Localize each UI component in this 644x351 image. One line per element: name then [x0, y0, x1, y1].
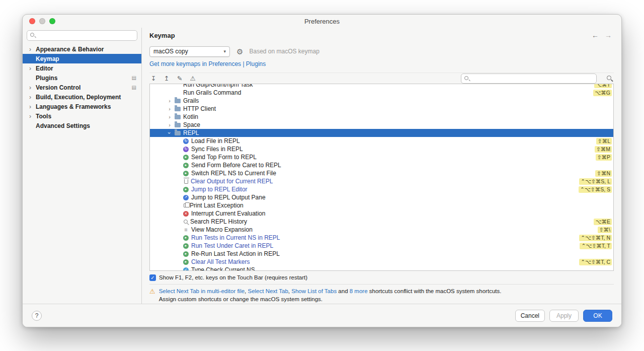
tree-action-re-run-last-test-action-in-repl[interactable]: Re-Run Last Test Action in REPL — [150, 250, 613, 258]
tree-action-sync-files-in-repl[interactable]: Sync Files in REPL ⇧⌘M — [150, 145, 613, 153]
tree-action-run-tests-in-current-ns-in-repl[interactable]: Run Tests in Current NS in REPL ⌃⌥⇧⌘T, N — [150, 234, 613, 242]
tree-folder-http-client[interactable]: HTTP Client — [150, 105, 613, 113]
conflict-action-link[interactable]: 8 more — [350, 288, 368, 294]
tree-action-switch-repl-ns-to-current-file[interactable]: Switch REPL NS to Current File ⇧⌘N — [150, 169, 613, 177]
tree-action-jump-to-repl-output-pane[interactable]: Jump to REPL Output Pane — [150, 193, 613, 201]
sidebar-item-label: Keymap — [36, 55, 59, 62]
folder-icon — [175, 115, 181, 119]
zoom-window-button[interactable] — [49, 18, 55, 24]
shortcut-badge: ⌥⌘E — [594, 219, 612, 225]
actions-search-box[interactable] — [461, 74, 597, 84]
action-label: Jump to REPL Editor — [191, 186, 248, 193]
repl-run-icon — [183, 155, 189, 160]
tree-action-interrupt-current-evaluation[interactable]: Interrupt Current Evaluation — [150, 209, 613, 218]
expand-all-icon[interactable] — [149, 75, 157, 83]
sidebar-item-plugins[interactable]: Plugins ▤ — [23, 73, 141, 83]
chevron-right-icon[interactable] — [167, 122, 172, 128]
sidebar-item-appearance-behavior[interactable]: Appearance & Behavior — [23, 44, 141, 54]
edit-shortcut-icon[interactable] — [176, 75, 184, 83]
chevron-right-icon[interactable] — [167, 106, 172, 112]
back-arrow-button[interactable]: ← — [592, 31, 599, 39]
sidebar-item-label: Editor — [36, 65, 53, 72]
sidebar-item-build-execution-deployment[interactable]: Build, Execution, Deployment — [23, 92, 141, 102]
show-conflicts-icon[interactable] — [189, 75, 197, 83]
traffic-lights — [29, 18, 55, 24]
tree-action-type-check-current-ns[interactable]: Type Check Current NS — [150, 266, 613, 271]
keymap-scheme-select[interactable]: macOS copy ▾ — [149, 46, 230, 57]
get-more-keymaps-link[interactable]: Get more keymaps in Preferences | Plugin… — [149, 60, 266, 67]
action-label: Run Gulp/Grunt/npm Task — [183, 84, 253, 88]
ok-button[interactable]: OK — [583, 310, 612, 322]
close-window-button[interactable] — [29, 18, 35, 24]
search-icon — [184, 220, 188, 224]
minimize-window-button[interactable] — [39, 18, 45, 24]
keymap-scheme-value: macOS copy — [153, 48, 188, 55]
tree-action-send-top-form-to-repl[interactable]: Send Top Form to REPL ⇧⌘P — [150, 153, 613, 161]
sidebar-item-editor[interactable]: Editor — [23, 63, 141, 73]
chevron-right-icon — [29, 104, 34, 110]
checkbox-checked-icon[interactable]: ✓ — [149, 274, 156, 281]
sidebar-item-languages-frameworks[interactable]: Languages & Frameworks — [23, 102, 141, 111]
sidebar-item-keymap[interactable]: Keymap — [23, 54, 141, 63]
chevron-right-icon[interactable] — [167, 114, 172, 120]
warning-icon: ⚠ — [149, 288, 155, 303]
actions-search-input[interactable] — [472, 74, 594, 83]
conflict-warning-line2: Assign custom shortcuts or change the ma… — [159, 296, 502, 304]
action-label: Print Last Exception — [190, 202, 244, 209]
tree-folder-space[interactable]: Space — [150, 121, 613, 129]
find-by-shortcut-icon[interactable] — [605, 75, 614, 83]
repl-run-icon — [183, 259, 189, 265]
tree-folder-repl[interactable]: REPL — [150, 129, 613, 137]
titlebar[interactable]: Preferences — [23, 15, 621, 28]
touchbar-checkbox-row[interactable]: ✓ Show F1, F2, etc. keys on the Touch Ba… — [149, 273, 614, 282]
tree-action-load-file-in-repl[interactable]: Load File in REPL ⇧⌘L — [150, 137, 613, 145]
page-title: Keymap — [149, 32, 175, 39]
sidebar-item-tools[interactable]: Tools — [23, 111, 141, 121]
chevron-down-icon[interactable] — [167, 130, 173, 135]
sidebar-item-advanced-settings[interactable]: Advanced Settings — [23, 121, 141, 130]
chevron-right-icon — [29, 113, 34, 119]
shortcut-badge: ⌥⌘G — [593, 90, 612, 96]
chevron-right-icon[interactable] — [167, 98, 172, 104]
tree-action-run-test-under-caret-in-repl[interactable]: Run Test Under Caret in REPL ⌃⌥⇧⌘T, T — [150, 242, 613, 250]
action-label: Load File in REPL — [191, 137, 240, 145]
tree-action-clear-all-test-markers[interactable]: Clear All Test Markers ⌃⌥⇧⌘T, C — [150, 258, 613, 266]
settings-search-input[interactable] — [38, 31, 134, 40]
tree-action-run-grails-command[interactable]: Run Grails Command ⌥⌘G — [150, 89, 613, 97]
action-label: Jump to REPL Output Pane — [191, 194, 266, 201]
tree-action-jump-to-repl-editor[interactable]: Jump to REPL Editor ⌃⌥⇧⌘S, S — [150, 185, 613, 193]
sidebar-item-version-control[interactable]: Version Control ▤ — [23, 83, 141, 92]
shortcut-badge: ⌃⌥⇧⌘T, C — [579, 259, 612, 265]
tree-folder-grails[interactable]: Grails — [150, 97, 613, 105]
conflict-action-link[interactable]: Select Next Tab in multi-editor file — [159, 288, 245, 294]
settings-search-box[interactable] — [27, 30, 137, 41]
tree-action-print-last-exception[interactable]: Print Last Exception — [150, 201, 613, 209]
action-label: Clear All Test Markers — [191, 258, 250, 265]
tree-action-clear-output-for-current-repl[interactable]: Clear Output for Current REPL ⌃⌥⇧⌘S, L — [150, 177, 613, 185]
actions-tree-rows: Run Gulp/Grunt/npm Task ⌥⌘T Run Grails C… — [150, 84, 613, 271]
sidebar-item-label: Build, Execution, Deployment — [36, 94, 121, 101]
conflict-action-link[interactable]: Select Next Tab — [248, 288, 288, 294]
tree-action-search-repl-history[interactable]: Search REPL History ⌥⌘E — [150, 218, 613, 226]
action-label: Run Grails Command — [183, 89, 241, 96]
tree-action-send-form-before-caret-to-repl[interactable]: Send Form Before Caret to REPL — [150, 161, 613, 169]
shortcut-badge: ⇧⌘N — [595, 170, 612, 177]
conflict-action-link[interactable]: Show List of Tabs — [291, 288, 337, 294]
settings-sidebar: Appearance & Behavior Keymap Editor Plug… — [23, 28, 142, 304]
cancel-button[interactable]: Cancel — [515, 310, 545, 322]
shortcut-badge: ⌃⌥⇧⌘T, N — [579, 235, 612, 241]
tree-action-run-gulp-grunt-npm-task[interactable]: Run Gulp/Grunt/npm Task ⌥⌘T — [150, 84, 613, 89]
folder-icon — [175, 107, 181, 111]
tree-folder-kotlin[interactable]: Kotlin — [150, 113, 613, 121]
tree-action-view-macro-expansion[interactable]: View Macro Expansion ⇧⌘\ — [150, 226, 613, 234]
gear-icon[interactable]: ⚙ — [236, 48, 243, 55]
forward-arrow-button[interactable]: → — [605, 31, 612, 39]
collapse-all-icon[interactable] — [163, 75, 171, 83]
help-button[interactable]: ? — [32, 311, 42, 321]
repl-run-icon — [183, 171, 189, 176]
action-label: Run Tests in Current NS in REPL — [191, 234, 280, 241]
action-label: Send Form Before Caret to REPL — [191, 162, 281, 169]
action-label: Switch REPL NS to Current File — [191, 170, 276, 177]
shortcut-conflict-warning: ⚠ Select Next Tab in multi-editor file, … — [149, 284, 614, 303]
apply-button[interactable]: Apply — [549, 310, 579, 322]
